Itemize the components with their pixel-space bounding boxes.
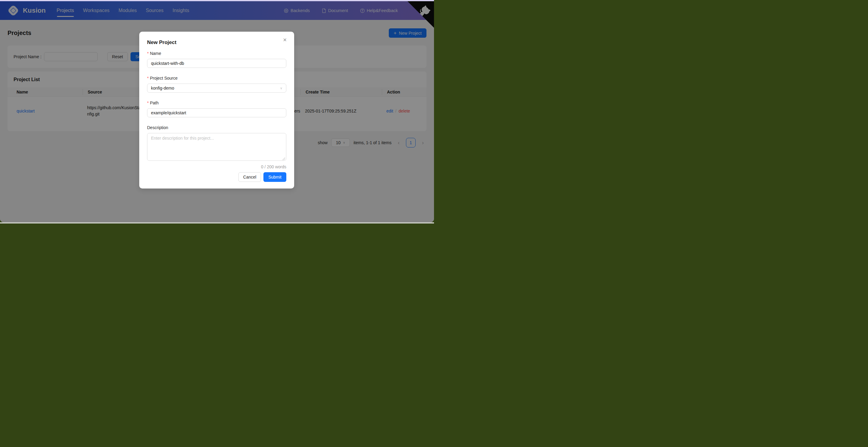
name-input[interactable] <box>147 59 286 68</box>
close-icon[interactable]: ✕ <box>283 38 287 42</box>
window-top-strip <box>0 0 434 1</box>
chevron-down-icon: ∨ <box>280 87 282 90</box>
name-label: *Name <box>147 50 286 56</box>
description-label: Description <box>147 125 286 130</box>
required-asterisk: * <box>147 51 149 56</box>
name-field: *Name <box>147 50 286 68</box>
project-source-label: *Project Source <box>147 75 286 81</box>
project-source-value: konfig-demo <box>151 86 174 90</box>
project-source-field: *Project Source konfig-demo ∨ <box>147 75 286 93</box>
path-field: *Path <box>147 100 286 117</box>
word-counter: 0 / 200 words <box>147 164 286 170</box>
window-bottom-strip <box>0 222 434 224</box>
modal-title: New Project <box>147 39 286 46</box>
app-window: Kusion Projects Workspaces Modules Sourc… <box>0 1 434 222</box>
path-label: *Path <box>147 100 286 106</box>
cancel-button[interactable]: Cancel <box>239 172 261 182</box>
description-textarea[interactable] <box>147 133 286 161</box>
required-asterisk: * <box>147 76 149 81</box>
path-input[interactable] <box>147 108 286 117</box>
required-asterisk: * <box>147 100 149 105</box>
description-field: Description 0 / 200 words <box>147 125 286 170</box>
new-project-modal: ✕ New Project *Name *Project Source konf… <box>139 32 294 188</box>
submit-button[interactable]: Submit <box>264 172 286 182</box>
project-source-select[interactable]: konfig-demo ∨ <box>147 84 286 93</box>
